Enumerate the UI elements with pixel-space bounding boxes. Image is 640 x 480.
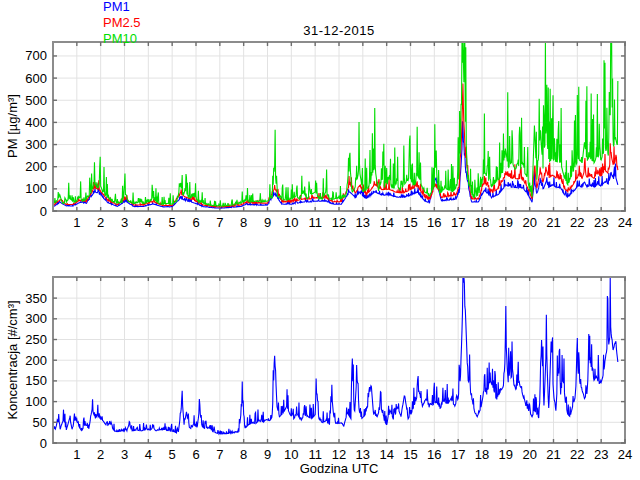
plot-area-0: 0100200300400500600700123456789101112131… bbox=[25, 42, 632, 230]
x-tick-label: 2 bbox=[97, 215, 104, 230]
x-tick-label: 21 bbox=[546, 215, 560, 230]
x-tick-label: 6 bbox=[192, 215, 199, 230]
x-tick-label: 23 bbox=[594, 447, 608, 462]
y-tick-label: 250 bbox=[25, 332, 47, 347]
x-tick-label: 22 bbox=[570, 447, 584, 462]
x-tick-label: 8 bbox=[240, 215, 247, 230]
x-tick-label: 13 bbox=[356, 447, 370, 462]
x-axis-label: Godzina UTC bbox=[53, 461, 625, 476]
plot-area-1: 0501001502002503003501234567891011121314… bbox=[25, 277, 632, 462]
chart-title: 31-12-2015 bbox=[53, 23, 625, 38]
x-tick-label: 7 bbox=[216, 447, 223, 462]
x-tick-label: 24 bbox=[618, 447, 632, 462]
y-tick-label: 200 bbox=[25, 159, 47, 174]
y-tick-label: 300 bbox=[25, 311, 47, 326]
legend-item-PM1: PM1 bbox=[103, 0, 141, 15]
x-tick-label: 18 bbox=[475, 447, 489, 462]
x-tick-label: 2 bbox=[97, 447, 104, 462]
series-line-Koncentracja bbox=[53, 277, 618, 434]
x-tick-label: 19 bbox=[499, 447, 513, 462]
y-tick-label: 100 bbox=[25, 394, 47, 409]
x-tick-label: 10 bbox=[284, 447, 298, 462]
x-tick-label: 9 bbox=[264, 215, 271, 230]
x-tick-label: 13 bbox=[356, 215, 370, 230]
x-tick-label: 8 bbox=[240, 447, 247, 462]
y-tick-label: 200 bbox=[25, 353, 47, 368]
x-tick-label: 22 bbox=[570, 215, 584, 230]
x-tick-label: 9 bbox=[264, 447, 271, 462]
chart-canvas: 0100200300400500600700123456789101112131… bbox=[0, 0, 640, 480]
x-tick-label: 5 bbox=[169, 447, 176, 462]
x-tick-label: 7 bbox=[216, 215, 223, 230]
x-tick-label: 16 bbox=[427, 447, 441, 462]
x-tick-label: 12 bbox=[332, 215, 346, 230]
y-tick-label: 300 bbox=[25, 137, 47, 152]
y-tick-label: 500 bbox=[25, 93, 47, 108]
x-tick-label: 11 bbox=[308, 215, 322, 230]
y-tick-label: 400 bbox=[25, 115, 47, 130]
y-tick-label: 50 bbox=[33, 415, 47, 430]
plot-window: 0100200300400500600700123456789101112131… bbox=[0, 0, 640, 480]
y-tick-label: 0 bbox=[40, 204, 47, 219]
x-tick-label: 23 bbox=[594, 215, 608, 230]
x-tick-label: 16 bbox=[427, 215, 441, 230]
x-tick-label: 6 bbox=[192, 447, 199, 462]
x-tick-label: 10 bbox=[284, 215, 298, 230]
y-axis-label-pm: PM [µg/m³] bbox=[5, 26, 21, 226]
x-tick-label: 14 bbox=[379, 447, 393, 462]
x-tick-label: 17 bbox=[451, 447, 465, 462]
x-tick-label: 21 bbox=[546, 447, 560, 462]
x-tick-label: 1 bbox=[73, 215, 80, 230]
x-tick-label: 11 bbox=[308, 447, 322, 462]
y-axis-label-koncentracja: Koncentracja [#/cm³] bbox=[5, 260, 21, 460]
x-tick-label: 20 bbox=[522, 447, 536, 462]
x-tick-label: 18 bbox=[475, 215, 489, 230]
x-tick-label: 15 bbox=[403, 215, 417, 230]
x-tick-label: 19 bbox=[499, 215, 513, 230]
y-tick-label: 600 bbox=[25, 71, 47, 86]
x-tick-label: 5 bbox=[169, 215, 176, 230]
x-tick-label: 4 bbox=[145, 215, 152, 230]
x-tick-label: 17 bbox=[451, 215, 465, 230]
x-tick-label: 20 bbox=[522, 215, 536, 230]
y-tick-label: 700 bbox=[25, 48, 47, 63]
y-tick-label: 150 bbox=[25, 373, 47, 388]
x-tick-label: 12 bbox=[332, 447, 346, 462]
x-tick-label: 14 bbox=[379, 215, 393, 230]
y-tick-label: 350 bbox=[25, 291, 47, 306]
x-tick-label: 4 bbox=[145, 447, 152, 462]
x-tick-label: 15 bbox=[403, 447, 417, 462]
y-tick-label: 0 bbox=[40, 436, 47, 451]
x-tick-label: 3 bbox=[121, 215, 128, 230]
y-tick-label: 100 bbox=[25, 181, 47, 196]
x-tick-label: 24 bbox=[618, 215, 632, 230]
x-tick-label: 1 bbox=[73, 447, 80, 462]
x-tick-label: 3 bbox=[121, 447, 128, 462]
